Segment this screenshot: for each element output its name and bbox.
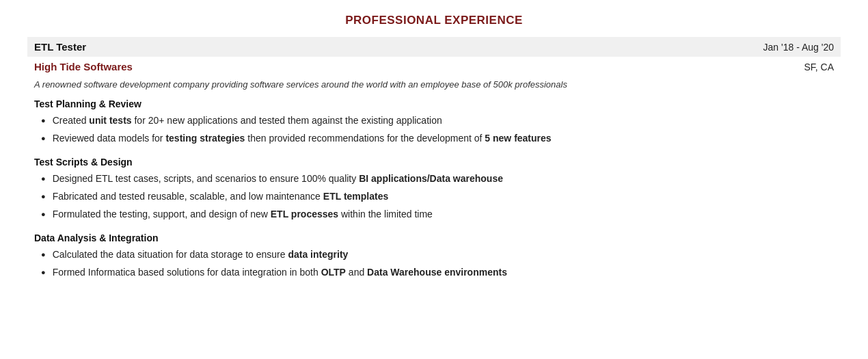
subsection-test-planning: Test Planning & Review Created unit test… xyxy=(27,98,841,146)
list-item: Created unit tests for 20+ new applicati… xyxy=(41,114,834,128)
bullet-list-test-planning: Created unit tests for 20+ new applicati… xyxy=(34,114,834,146)
bullet-text: Calculated the data situation for data s… xyxy=(53,248,349,262)
subsection-test-scripts: Test Scripts & Design Designed ETL test … xyxy=(27,157,841,222)
bullet-text: Reviewed data models for testing strateg… xyxy=(53,131,552,146)
bullet-text: Designed ETL test cases, scripts, and sc… xyxy=(53,172,503,186)
job-header: ETL Tester Jan '18 - Aug '20 xyxy=(27,37,841,57)
list-item: Designed ETL test cases, scripts, and sc… xyxy=(41,172,834,186)
company-location: SF, CA xyxy=(804,62,834,72)
section-title: PROFESSIONAL EXPERIENCE xyxy=(27,14,841,27)
bullet-text: Created unit tests for 20+ new applicati… xyxy=(53,114,442,128)
resume-page: PROFESSIONAL EXPERIENCE ETL Tester Jan '… xyxy=(0,0,868,304)
bullet-text: Formulated the testing, support, and des… xyxy=(53,207,433,222)
subsection-data-analysis: Data Analysis & Integration Calculated t… xyxy=(27,232,841,280)
job-dates: Jan '18 - Aug '20 xyxy=(763,42,834,53)
list-item: Calculated the data situation for data s… xyxy=(41,248,834,262)
bullet-text: Formed Informatica based solutions for d… xyxy=(53,265,507,280)
company-description: A renowned software development company … xyxy=(27,77,841,98)
company-name: High Tide Softwares xyxy=(34,61,133,72)
list-item: Formulated the testing, support, and des… xyxy=(41,207,834,222)
list-item: Formed Informatica based solutions for d… xyxy=(41,265,834,280)
subsection-title-test-planning: Test Planning & Review xyxy=(34,98,834,109)
subsection-title-test-scripts: Test Scripts & Design xyxy=(34,157,834,168)
subsection-title-data-analysis: Data Analysis & Integration xyxy=(34,232,834,243)
bullet-list-data-analysis: Calculated the data situation for data s… xyxy=(34,248,834,280)
job-title: ETL Tester xyxy=(34,41,86,53)
company-row: High Tide Softwares SF, CA xyxy=(27,58,841,74)
bullet-text: Fabricated and tested reusable, scalable… xyxy=(53,189,389,204)
list-item: Reviewed data models for testing strateg… xyxy=(41,131,834,146)
list-item: Fabricated and tested reusable, scalable… xyxy=(41,189,834,204)
bullet-list-test-scripts: Designed ETL test cases, scripts, and sc… xyxy=(34,172,834,222)
